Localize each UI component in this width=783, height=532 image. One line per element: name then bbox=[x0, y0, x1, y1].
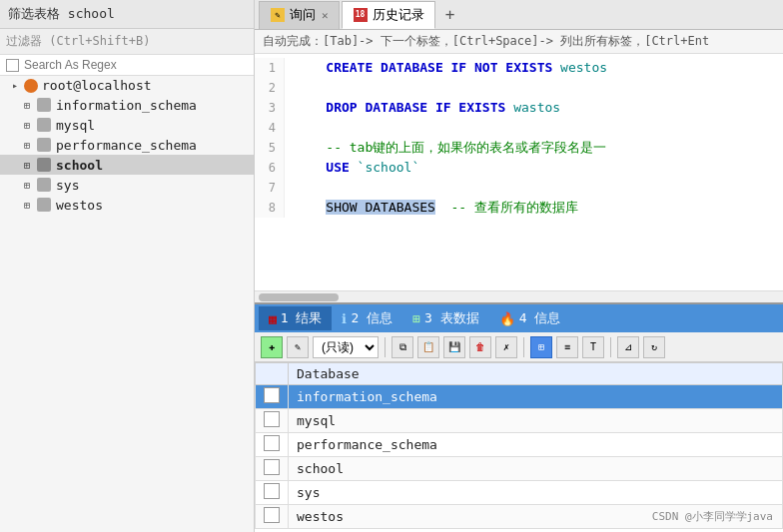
row-checkbox[interactable] bbox=[264, 435, 280, 451]
row-checkbox-cell[interactable] bbox=[256, 433, 289, 457]
code-token: -- 查看所有的数据库 bbox=[435, 200, 578, 215]
line-number-2: 2 bbox=[255, 78, 285, 98]
root-db-icon bbox=[24, 79, 38, 93]
code-line-3: 3 DROP DATABASE IF EXISTS wastos bbox=[255, 98, 783, 118]
tree-item-sys-label: sys bbox=[56, 178, 79, 193]
row-checkbox-cell[interactable] bbox=[256, 409, 289, 433]
row-checkbox-cell[interactable] bbox=[256, 385, 289, 409]
tree-item-information-schema[interactable]: ⊞ information_schema bbox=[0, 95, 254, 115]
table-row[interactable]: performance_schema bbox=[256, 433, 783, 457]
toolbar-btn-add[interactable]: ✚ bbox=[261, 336, 283, 358]
expand-icon-information-schema: ⊞ bbox=[20, 98, 34, 112]
line-number-6: 6 bbox=[255, 158, 285, 178]
toolbar-readonly-select[interactable]: (只读) 可编辑 bbox=[313, 336, 379, 358]
result-table: Database information_schemamysqlperforma… bbox=[255, 362, 783, 529]
toolbar-btn-paste[interactable]: 📋 bbox=[417, 336, 439, 358]
code-token: `school` bbox=[350, 160, 419, 175]
bottom-panel: ▦ 1 结果 ℹ 2 信息 ⊞ 3 表数据 🔥 4 信息 ✚ ✎ (只读) 可编… bbox=[255, 302, 783, 532]
line-content-2[interactable] bbox=[285, 78, 783, 98]
tab-query-close[interactable]: ✕ bbox=[322, 9, 329, 22]
result-tab-info2[interactable]: 🔥 4 信息 bbox=[489, 306, 571, 330]
toolbar-btn-edit[interactable]: ✎ bbox=[287, 336, 309, 358]
line-content-5[interactable]: -- tab键的上面，如果你的表名或者字段名是一 bbox=[285, 138, 783, 158]
toolbar-separator-3 bbox=[610, 337, 611, 357]
toolbar-separator-2 bbox=[523, 337, 524, 357]
h-scroll-thumb[interactable] bbox=[259, 293, 339, 301]
line-content-8[interactable]: SHOW DATABASES -- 查看所有的数据库 bbox=[285, 198, 783, 218]
search-input[interactable] bbox=[24, 58, 248, 72]
expand-icon-school: ⊞ bbox=[20, 158, 34, 172]
tree-item-sys[interactable]: ⊞ sys bbox=[0, 175, 254, 195]
row-checkbox-cell[interactable] bbox=[256, 457, 289, 481]
search-regex-checkbox[interactable] bbox=[6, 59, 19, 72]
row-checkbox-cell[interactable] bbox=[256, 505, 289, 529]
row-checkbox[interactable] bbox=[264, 483, 280, 499]
line-content-1[interactable]: CREATE DATABASE IF NOT EXISTS westos bbox=[285, 58, 783, 78]
tree-item-school[interactable]: ⊞ school bbox=[0, 155, 254, 175]
toolbar-btn-copy[interactable]: ⧉ bbox=[392, 336, 413, 358]
expand-icon-sys: ⊞ bbox=[20, 178, 34, 192]
db-icon-sys bbox=[36, 177, 52, 193]
expand-icon-westos: ⊞ bbox=[20, 198, 34, 212]
h-scrollbar[interactable] bbox=[255, 290, 783, 302]
toolbar-btn-list[interactable]: ≡ bbox=[556, 336, 578, 358]
line-content-6[interactable]: USE `school` bbox=[285, 158, 783, 178]
result-tab-results[interactable]: ▦ 1 结果 bbox=[259, 306, 332, 330]
row-checkbox[interactable] bbox=[264, 459, 280, 475]
tree-item-root-label: root@localhost bbox=[42, 78, 152, 93]
result-tab-tabledata-label: 3 表数据 bbox=[424, 309, 479, 327]
tab-bar: ✎ 询问 ✕ 18 历史记录 + bbox=[255, 0, 783, 30]
toolbar-btn-reset[interactable]: ✗ bbox=[495, 336, 517, 358]
editor-area[interactable]: 1 CREATE DATABASE IF NOT EXISTS westos23… bbox=[255, 54, 783, 290]
table-row[interactable]: sys bbox=[256, 481, 783, 505]
sidebar: 筛选表格 school 过滤器 (Ctrl+Shift+B) ▸ root@lo… bbox=[0, 0, 255, 532]
result-tab-tabledata[interactable]: ⊞ 3 表数据 bbox=[402, 306, 488, 330]
row-checkbox-cell[interactable] bbox=[256, 481, 289, 505]
code-token: wastos bbox=[505, 100, 560, 115]
sidebar-search bbox=[0, 55, 254, 76]
table-row[interactable]: school bbox=[256, 457, 783, 481]
toolbar-btn-refresh[interactable]: ↻ bbox=[643, 336, 665, 358]
result-tab-tabledata-icon: ⊞ bbox=[412, 311, 420, 326]
tab-history-label: 历史记录 bbox=[373, 6, 424, 24]
sidebar-title: 筛选表格 school bbox=[0, 0, 254, 29]
row-checkbox[interactable] bbox=[264, 387, 280, 403]
toolbar-btn-text[interactable]: T bbox=[582, 336, 604, 358]
line-content-3[interactable]: DROP DATABASE IF EXISTS wastos bbox=[285, 98, 783, 118]
code-line-5: 5 -- tab键的上面，如果你的表名或者字段名是一 bbox=[255, 138, 783, 158]
tab-history[interactable]: 18 历史记录 bbox=[342, 1, 435, 29]
tab-add-button[interactable]: + bbox=[437, 3, 463, 26]
line-content-7[interactable] bbox=[285, 178, 783, 198]
tree-item-performance-schema-label: performance_schema bbox=[56, 138, 197, 153]
table-row[interactable]: information_schema bbox=[256, 385, 783, 409]
col-header-database: Database bbox=[289, 363, 783, 385]
code-line-1: 1 CREATE DATABASE IF NOT EXISTS westos bbox=[255, 58, 783, 78]
row-database-value: school bbox=[289, 457, 783, 481]
toolbar-btn-grid[interactable]: ⊞ bbox=[530, 336, 552, 358]
line-number-4: 4 bbox=[255, 118, 285, 138]
line-number-1: 1 bbox=[255, 58, 285, 78]
code-token: westos bbox=[552, 60, 607, 75]
row-checkbox[interactable] bbox=[264, 507, 280, 523]
db-icon-information-schema bbox=[36, 97, 52, 113]
code-token: DROP DATABASE IF EXISTS bbox=[326, 100, 505, 115]
code-token: CREATE DATABASE IF NOT EXISTS bbox=[326, 60, 552, 75]
tab-query[interactable]: ✎ 询问 ✕ bbox=[259, 1, 340, 29]
toolbar-btn-save[interactable]: 💾 bbox=[443, 336, 465, 358]
toolbar-btn-delete[interactable]: 🗑 bbox=[469, 336, 491, 358]
tab-query-label: 询问 bbox=[290, 6, 316, 24]
row-database-value: performance_schema bbox=[289, 433, 783, 457]
tree-item-performance-schema[interactable]: ⊞ performance_schema bbox=[0, 135, 254, 155]
tree-item-mysql[interactable]: ⊞ mysql bbox=[0, 115, 254, 135]
table-row[interactable]: mysql bbox=[256, 409, 783, 433]
row-database-value: information_schema bbox=[289, 385, 783, 409]
expand-icon-mysql: ⊞ bbox=[20, 118, 34, 132]
tree-item-westos[interactable]: ⊞ westos bbox=[0, 195, 254, 215]
line-content-4[interactable] bbox=[285, 118, 783, 138]
result-tab-info[interactable]: ℹ 2 信息 bbox=[332, 306, 402, 330]
code-line-4: 4 bbox=[255, 118, 783, 138]
row-checkbox[interactable] bbox=[264, 411, 280, 427]
tree-item-information-schema-label: information_schema bbox=[56, 98, 197, 113]
toolbar-btn-filter[interactable]: ⊿ bbox=[617, 336, 639, 358]
tree-item-root[interactable]: ▸ root@localhost bbox=[0, 76, 254, 95]
